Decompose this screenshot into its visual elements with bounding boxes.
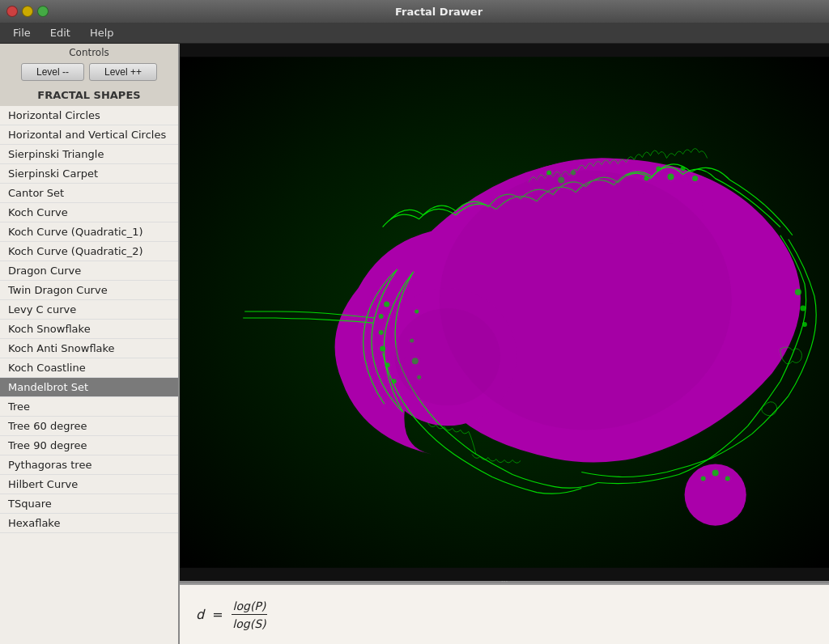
shape-item-twin-dragon-curve[interactable]: Twin Dragon Curve (0, 281, 178, 300)
close-button[interactable] (6, 6, 18, 17)
svg-point-25 (380, 346, 385, 352)
formula-variable-d: d (196, 607, 204, 622)
svg-point-24 (379, 330, 384, 335)
formula-display: d = log(P) log(S) (196, 600, 267, 630)
controls-label: Controls (0, 44, 178, 60)
svg-point-20 (701, 477, 706, 481)
fractal-svg (180, 44, 829, 581)
shape-list: Horizontal CirclesHorizontal and Vertica… (0, 106, 178, 644)
shape-item-mandelbrot-set[interactable]: Mandelbrot Set (0, 378, 178, 397)
shape-item-pythagoras-tree[interactable]: Pythagoras tree (0, 455, 178, 475)
svg-point-33 (395, 308, 500, 405)
svg-point-19 (712, 469, 719, 476)
shape-item-koch-snowflake[interactable]: Koch Snowflake (0, 320, 178, 339)
menubar: File Edit Help (0, 23, 829, 44)
svg-point-28 (414, 309, 419, 313)
svg-point-12 (644, 176, 648, 181)
shape-item-sierpinski-carpet[interactable]: Sierpinski Carpet (0, 164, 178, 184)
formula-equals: = (212, 607, 223, 622)
shape-item-koch-curve-(quadratic_1)[interactable]: Koch Curve (Quadratic_1) (0, 222, 178, 242)
svg-point-21 (725, 477, 730, 481)
svg-point-27 (392, 379, 397, 383)
window-title: Fractal Drawer (55, 6, 823, 18)
menu-file[interactable]: File (3, 24, 40, 41)
svg-point-17 (800, 305, 806, 311)
shape-item-dragon-curve[interactable]: Dragon Curve (0, 261, 178, 281)
shape-item-tree[interactable]: Tree (0, 397, 178, 417)
sidebar: Controls Level -- Level ++ FRACTAL SHAPE… (0, 44, 180, 644)
formula-denominator: log(S) (232, 616, 266, 630)
level-buttons: Level -- Level ++ (0, 60, 178, 86)
shape-item-horizontal-circles[interactable]: Horizontal Circles (0, 106, 178, 125)
window-controls (6, 6, 49, 17)
menu-help[interactable]: Help (80, 24, 124, 41)
svg-point-26 (385, 362, 390, 367)
shape-item-hilbert-curve[interactable]: Hilbert Curve (0, 475, 178, 494)
shape-item-levy-c-curve[interactable]: Levy C curve (0, 300, 178, 320)
svg-point-11 (692, 176, 698, 181)
shape-item-sierpinski-triangle[interactable]: Sierpinski Triangle (0, 145, 178, 164)
fractal-canvas[interactable] (180, 44, 829, 581)
formula-numerator: log(P) (232, 600, 268, 615)
svg-point-22 (384, 301, 389, 307)
shape-item-tree-90-degree[interactable]: Tree 90 degree (0, 436, 178, 455)
minimize-button[interactable] (22, 6, 33, 17)
shape-item-koch-curve[interactable]: Koch Curve (0, 203, 178, 222)
menu-edit[interactable]: Edit (40, 24, 80, 41)
shape-item-tsquare[interactable]: TSquare (0, 494, 178, 514)
svg-point-10 (681, 167, 686, 172)
svg-point-9 (656, 167, 661, 172)
shape-item-koch-coastline[interactable]: Koch Coastline (0, 358, 178, 378)
formula-bar: d = log(P) log(S) (180, 583, 829, 644)
fractal-shapes-label: FRACTAL SHAPES (0, 86, 178, 106)
level-decrease-button[interactable]: Level -- (21, 63, 84, 81)
titlebar: Fractal Drawer (0, 0, 829, 23)
canvas-area: ··· d = log(P) log(S) (180, 44, 829, 644)
level-increase-button[interactable]: Level ++ (89, 63, 157, 81)
svg-point-23 (379, 314, 384, 319)
shape-item-cantor-set[interactable]: Cantor Set (0, 184, 178, 203)
formula-fraction: log(P) log(S) (232, 600, 268, 630)
svg-point-16 (795, 289, 801, 295)
maximize-button[interactable] (37, 6, 49, 17)
shape-item-hexaflake[interactable]: Hexaflake (0, 514, 178, 533)
svg-point-18 (802, 322, 807, 327)
shape-item-koch-anti-snowflake[interactable]: Koch Anti Snowflake (0, 339, 178, 358)
main-content: Controls Level -- Level ++ FRACTAL SHAPE… (0, 44, 829, 644)
svg-point-8 (668, 174, 674, 180)
shape-item-tree-60-degree[interactable]: Tree 60 degree (0, 417, 178, 436)
shape-item-koch-curve-(quadratic_2)[interactable]: Koch Curve (Quadratic_2) (0, 242, 178, 261)
shape-item-horizontal-and-vertical-circles[interactable]: Horizontal and Vertical Circles (0, 125, 178, 145)
